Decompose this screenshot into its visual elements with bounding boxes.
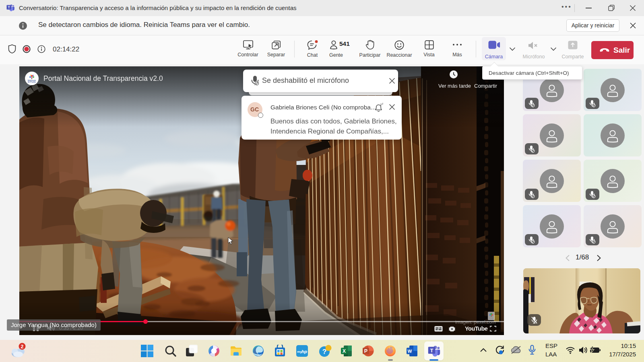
svg-text:del Pueblo: del Pueblo	[28, 81, 36, 83]
svg-text:W: W	[408, 349, 412, 354]
svg-text:T: T	[8, 5, 10, 9]
svg-text:P: P	[364, 348, 367, 354]
svg-text:2: 2	[21, 344, 24, 350]
svg-text:hp: hp	[301, 349, 307, 354]
svg-text:X: X	[343, 348, 346, 354]
svg-text:z: z	[382, 102, 383, 105]
svg-text:541: 541	[339, 40, 350, 47]
svg-text:T: T	[430, 348, 433, 354]
